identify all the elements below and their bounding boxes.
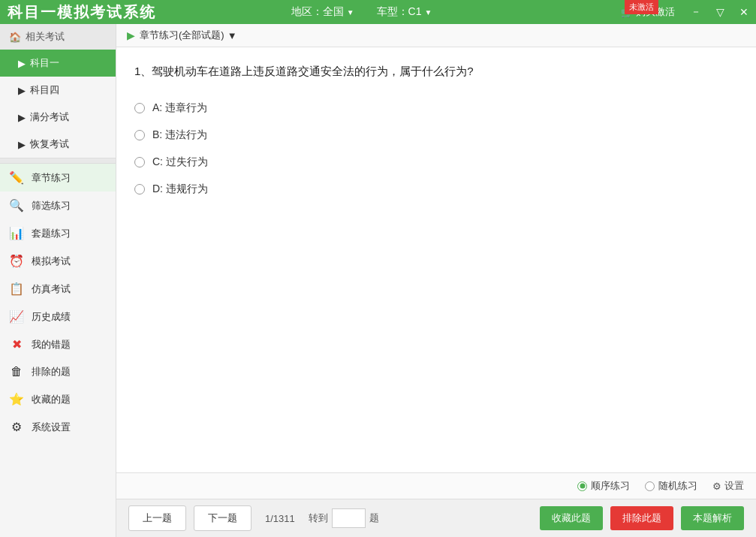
nav-label-paichu: 排除的题: [32, 365, 71, 379]
page-info: 1/1311: [265, 513, 295, 524]
option-d[interactable]: D: 违规行为: [134, 183, 738, 196]
clock-icon: ⏰: [9, 254, 24, 268]
trash-icon: 🗑: [9, 365, 24, 379]
prev-button[interactable]: 上一题: [128, 505, 186, 531]
sidebar-divider-1: [0, 158, 116, 164]
goto-suffix: 题: [369, 511, 379, 525]
maximize-button[interactable]: ▽: [708, 0, 732, 24]
nav-item-lishi[interactable]: 📈 历史成绩: [0, 303, 116, 330]
close-button[interactable]: ✕: [732, 0, 756, 24]
breadcrumb-arrow: ▶: [127, 29, 135, 41]
settings-gear-icon: ⚙: [712, 481, 721, 492]
minimize-button[interactable]: －: [684, 0, 708, 24]
titlebar: 科目一模拟考试系统 地区：全国 ▼ 车型：C1 ▼ 未激活 🛒 购买激活 － ▽…: [0, 0, 756, 24]
sidebar-item-label-kmsi: 科目四: [30, 83, 59, 97]
nav-label-shaixuan: 筛选练习: [32, 199, 71, 213]
nav-item-zhangjianlianxi[interactable]: ✏️ 章节练习: [0, 164, 116, 192]
titlebar-center: 地区：全国 ▼ 车型：C1 ▼: [291, 5, 432, 19]
question-area: 1、驾驶机动车在道路上违反道路交通安全法的行为，属于什么行为? A: 违章行为 …: [116, 47, 756, 472]
nav-item-taoti[interactable]: 📊 套题练习: [0, 219, 116, 247]
goto-label: 转到: [309, 511, 328, 525]
radio-d[interactable]: [134, 184, 145, 195]
radio-a[interactable]: [134, 103, 145, 113]
nav-item-fanzhen[interactable]: 📋 仿真考试: [0, 275, 116, 303]
explain-button[interactable]: 本题解析: [681, 506, 744, 530]
nav-label-xitong: 系统设置: [32, 421, 71, 434]
home-icon: 🏠: [9, 32, 21, 43]
bar-chart-icon: 📈: [9, 309, 24, 324]
order-label: 顺序练习: [591, 479, 630, 493]
nav-item-paichu[interactable]: 🗑 排除的题: [0, 358, 116, 385]
nav-label-zhangjianlianxi: 章节练习: [32, 171, 71, 185]
nav-label-shoucang: 收藏的题: [32, 393, 71, 406]
breadcrumb: ▶ 章节练习(全部试题) ▼: [116, 24, 756, 47]
settings-label: 设置: [724, 479, 744, 493]
breadcrumb-label: 章节练习(全部试题): [140, 29, 224, 42]
clipboard-icon: 📋: [9, 282, 24, 296]
option-a-label: A: 违章行为: [152, 101, 207, 115]
order-practice-option[interactable]: 顺序练习: [577, 479, 630, 493]
triangle-icon: ▶: [18, 58, 26, 69]
breadcrumb-dropdown[interactable]: 章节练习(全部试题) ▼: [140, 29, 237, 42]
collect-button[interactable]: 收藏此题: [540, 506, 603, 530]
order-row: 顺序练习 随机练习 ⚙ 设置: [116, 473, 756, 499]
goto-input[interactable]: [332, 508, 366, 528]
breadcrumb-dropdown-arrow: ▼: [227, 30, 237, 41]
sidebar-item-kmsi[interactable]: ▶ 科目四: [0, 77, 116, 104]
radio-b[interactable]: [134, 130, 145, 140]
exclude-button[interactable]: 排除此题: [610, 506, 673, 530]
random-label: 随机练习: [658, 479, 697, 493]
chart-icon: 📊: [9, 226, 24, 240]
nav-item-cuoti[interactable]: ✖ 我的错题: [0, 330, 116, 358]
nav-label-lishi: 历史成绩: [32, 310, 71, 324]
nav-item-shaixuan[interactable]: 🔍 筛选练习: [0, 192, 116, 219]
triangle-icon-manfen: ▶: [18, 112, 26, 123]
settings-button[interactable]: ⚙ 设置: [712, 479, 744, 493]
car-arrow: ▼: [424, 8, 432, 17]
x-icon: ✖: [9, 337, 24, 351]
nav-item-shoucang[interactable]: ⭐ 收藏的题: [0, 385, 116, 413]
sidebar-item-label-kmyi: 科目一: [30, 56, 59, 70]
car-dropdown[interactable]: 车型：C1 ▼: [377, 5, 432, 19]
option-a[interactable]: A: 违章行为: [134, 101, 738, 115]
random-practice-option[interactable]: 随机练习: [645, 479, 697, 493]
region-label: 地区：全国: [291, 5, 344, 19]
option-c[interactable]: C: 过失行为: [134, 155, 738, 169]
search-icon: 🔍: [9, 198, 24, 213]
pencil-icon: ✏️: [9, 170, 24, 185]
option-d-label: D: 违规行为: [152, 183, 208, 196]
next-button[interactable]: 下一题: [194, 505, 251, 531]
nav-item-moni[interactable]: ⏰ 模拟考试: [0, 247, 116, 275]
nav-label-moni: 模拟考试: [32, 255, 71, 268]
content-area: ▶ 章节练习(全部试题) ▼ 1、驾驶机动车在道路上违反道路交通安全法的行为，属…: [116, 24, 756, 537]
app-title: 科目一模拟考试系统: [8, 2, 156, 23]
sidebar: 🏠 相关考试 ▶ 科目一 ▶ 科目四 ▶ 满分考试 ▶ 恢复考试 ✏️ 章节练习…: [0, 24, 116, 537]
sidebar-item-kmyi[interactable]: ▶ 科目一: [0, 50, 116, 77]
sidebar-item-label-huifu: 恢复考试: [30, 137, 69, 151]
bottom-controls: 顺序练习 随机练习 ⚙ 设置 上一题 下一题 1/1311 转到 题: [116, 472, 756, 537]
region-arrow: ▼: [347, 8, 354, 17]
nav-label-fanzhen: 仿真考试: [32, 282, 71, 296]
titlebar-right: 未激活 🛒 购买激活 － ▽ ✕: [567, 0, 756, 24]
star-icon: ⭐: [9, 392, 24, 406]
option-b-label: B: 违法行为: [152, 128, 207, 142]
sidebar-section-title: 🏠 相关考试: [0, 24, 116, 50]
sidebar-item-manfen[interactable]: ▶ 满分考试: [0, 104, 116, 131]
question-text: 1、驾驶机动车在道路上违反道路交通安全法的行为，属于什么行为?: [134, 62, 738, 80]
region-dropdown[interactable]: 地区：全国 ▼: [291, 5, 354, 19]
random-radio[interactable]: [645, 481, 655, 491]
triangle-icon-kmsi: ▶: [18, 85, 26, 96]
nav-label-cuoti: 我的错题: [32, 338, 71, 351]
nav-item-xitong[interactable]: ⚙ 系统设置: [0, 413, 116, 441]
goto-row: 转到 题: [309, 508, 379, 528]
order-radio[interactable]: [577, 481, 587, 491]
gear-icon: ⚙: [9, 420, 24, 434]
main-layout: 🏠 相关考试 ▶ 科目一 ▶ 科目四 ▶ 满分考试 ▶ 恢复考试 ✏️ 章节练习…: [0, 24, 756, 537]
navigation-row: 上一题 下一题 1/1311 转到 题 收藏此题 排除此题 本题解析: [116, 499, 756, 537]
nav-label-taoti: 套题练习: [32, 227, 71, 240]
triangle-icon-huifu: ▶: [18, 139, 26, 150]
radio-c[interactable]: [134, 157, 145, 167]
sidebar-section-label: 相关考试: [26, 30, 65, 44]
sidebar-item-huifu[interactable]: ▶ 恢复考试: [0, 131, 116, 158]
option-b[interactable]: B: 违法行为: [134, 128, 738, 142]
